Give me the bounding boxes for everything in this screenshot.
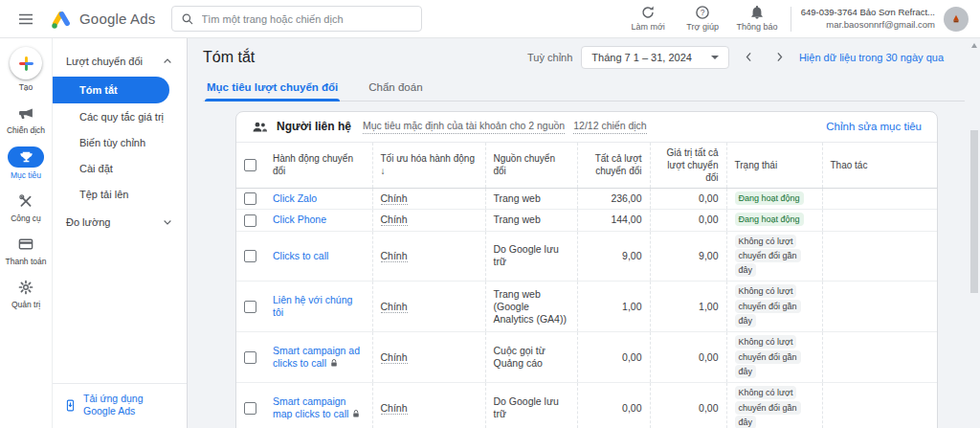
column-header-action[interactable]: Hành động chuyển đổi	[265, 143, 372, 189]
column-header-actions[interactable]: Thao tác	[822, 143, 937, 189]
search-input[interactable]	[202, 13, 412, 25]
refresh-label: Làm mới	[631, 22, 664, 34]
status-cell: Không có lượt chuyển đổi gần đây	[726, 231, 822, 282]
optimization-value[interactable]: Chính	[381, 402, 408, 415]
status-badge: Không có lượt chuyển đổi gần đây	[735, 284, 801, 327]
row-actions-cell	[822, 332, 937, 383]
checkbox[interactable]	[244, 402, 256, 415]
conversion-action-link[interactable]: Click Zalo	[273, 192, 317, 204]
account-info[interactable]: 649-039-3764 Bảo Sơn Refract... mar.baos…	[801, 7, 935, 31]
edit-goal-link[interactable]: Chỉnh sửa mục tiêu	[826, 120, 922, 134]
tab-0[interactable]: Mục tiêu lượt chuyển đổi	[205, 74, 340, 101]
rail-item-goals[interactable]: Mục tiêu	[0, 146, 52, 181]
topbar-divider	[791, 7, 791, 32]
nav-rail: TạoChiến dịchMục tiêuCông cụThanh toánQu…	[0, 38, 53, 428]
optimization-value[interactable]: Chính	[381, 301, 408, 313]
menu-icon[interactable]	[13, 7, 38, 32]
table-row: Click PhoneChínhTrang web144,000,00Đang …	[236, 210, 937, 231]
google-ads-logo-icon	[50, 8, 73, 31]
action-cell: Click Phone	[265, 210, 372, 231]
source-cell: Trang web	[485, 188, 577, 209]
next-period-button[interactable]	[768, 49, 791, 65]
sidebar-section-measurement[interactable]: Đo lường	[53, 207, 187, 237]
conversion-action-link[interactable]: Clicks to call	[273, 250, 328, 261]
download-app-link[interactable]: Tải ứng dụng Google Ads	[53, 383, 187, 428]
conversion-action-link[interactable]: Smart campaign map clicks to call	[273, 395, 348, 419]
sidebar-section-conversions[interactable]: Lượt chuyển đổi	[53, 46, 187, 77]
lock-icon	[329, 358, 339, 368]
checkbox[interactable]	[244, 301, 256, 313]
conversion-actions-table: Hành động chuyển đổiTối ưu hóa hành động…	[236, 143, 937, 428]
show-data-link[interactable]: Hiện dữ liệu trong 30 ngày qua	[799, 51, 944, 64]
rail-item-campaigns[interactable]: Chiến dịch	[0, 103, 52, 136]
phone-download-icon	[64, 399, 77, 412]
campaigns-link[interactable]: 12/12 chiến dịch	[573, 120, 646, 135]
checkbox[interactable]	[244, 351, 256, 364]
sidebar-item-4[interactable]: Tệp tải lên	[53, 181, 187, 207]
help-button[interactable]: ?Trợ giúp	[676, 5, 730, 34]
date-range-picker[interactable]: Tháng 7 1 – 31, 2024	[581, 46, 729, 69]
checkbox[interactable]	[244, 159, 256, 171]
optimization-value[interactable]: Chính	[381, 214, 408, 226]
row-actions-cell	[822, 188, 937, 209]
rail-item-create[interactable]: Tạo	[0, 47, 52, 93]
row-checkbox-cell	[236, 188, 265, 209]
tab-1[interactable]: Chẩn đoán	[367, 74, 424, 101]
column-header-source[interactable]: Nguồn chuyển đổi	[485, 143, 577, 189]
page-title: Tóm tắt	[203, 48, 255, 68]
row-checkbox-cell	[236, 332, 265, 383]
conversion-value-cell: 0,00	[650, 188, 726, 209]
megaphone-icon	[18, 103, 34, 123]
rail-item-label: Chiến dịch	[7, 125, 45, 136]
row-checkbox-cell	[236, 282, 265, 332]
optimization-cell: Chính	[372, 332, 485, 383]
rail-item-tools[interactable]: Công cụ	[0, 191, 52, 224]
rail-item-billing[interactable]: Thanh toán	[0, 235, 52, 267]
action-cell: Smart campaign ad clicks to call	[265, 332, 372, 383]
status-badge: Không có lượt chuyển đổi gần đây	[735, 335, 801, 378]
default-goal-link[interactable]: Mục tiêu mặc định của tài khoản cho 2 ng…	[363, 120, 565, 135]
scrollbar-thumb[interactable]	[970, 130, 978, 293]
sidebar-item-1[interactable]: Các quy tắc giá trị	[53, 103, 187, 129]
column-header-all_conversions[interactable]: Tất cả lượt chuyển đổi	[577, 143, 650, 189]
avatar[interactable]	[944, 7, 969, 32]
main-content: Tóm tắt Tuỳ chỉnh Tháng 7 1 – 31, 2024 H…	[188, 38, 980, 428]
conversion-action-link[interactable]: Smart campaign ad clicks to call	[273, 345, 360, 369]
sidebar-item-0[interactable]: Tóm tắt	[53, 77, 169, 103]
card-header: Người liên hệ Mục tiêu mặc định của tài …	[236, 112, 937, 143]
all-conversions-cell: 0,00	[577, 332, 650, 383]
notifications-button[interactable]: Thông báo	[730, 5, 785, 34]
conversion-action-link[interactable]: Click Phone	[273, 214, 326, 225]
conversion-action-link[interactable]: Liên hệ với chúng tôi	[273, 294, 352, 318]
sidebar-item-3[interactable]: Cài đặt	[53, 155, 187, 181]
checkbox[interactable]	[244, 192, 256, 205]
topbar-right: Làm mới?Trợ giúpThông báo 649-039-3764 B…	[621, 5, 970, 34]
optimization-cell: Chính	[372, 188, 485, 209]
table-row: Liên hệ với chúng tôiChínhTrang web (Goo…	[236, 282, 937, 332]
column-header-optimization[interactable]: Tối ưu hóa hành động ↓	[372, 143, 485, 189]
refresh-button[interactable]: Làm mới	[621, 5, 676, 34]
sidebar-item-2[interactable]: Biến tùy chỉnh	[53, 129, 187, 155]
checkbox[interactable]	[244, 250, 256, 262]
row-checkbox-cell	[236, 383, 265, 428]
checkbox[interactable]	[244, 214, 256, 227]
select-all-cell	[236, 143, 265, 189]
optimization-value[interactable]: Chính	[381, 192, 408, 205]
search-box[interactable]	[171, 6, 422, 32]
cards-area: Người liên hệ Mục tiêu mặc định của tài …	[188, 101, 980, 428]
source-cell: Cuộc gọi từ Quảng cáo	[485, 332, 577, 383]
optimization-value[interactable]: Chính	[381, 351, 408, 364]
conversion-goal-card-contacts: Người liên hệ Mục tiêu mặc định của tài …	[235, 111, 938, 428]
status-cell: Đang hoạt động	[726, 210, 822, 231]
scroll-up-arrow-icon[interactable]	[971, 43, 977, 48]
prev-period-button[interactable]	[738, 49, 760, 65]
app-body: TạoChiến dịchMục tiêuCông cụThanh toánQu…	[0, 38, 980, 428]
optimization-value[interactable]: Chính	[381, 250, 408, 262]
google-ads-logo[interactable]: Google Ads	[50, 8, 156, 31]
column-header-value[interactable]: Giá trị tất cả lượt chuyển đổi	[650, 143, 726, 189]
column-header-status[interactable]: Trạng thái	[726, 143, 822, 189]
status-badge: Không có lượt chuyển đổi gần đây	[735, 235, 801, 278]
scrollbar[interactable]	[969, 38, 980, 428]
rail-item-admin[interactable]: Quản trị	[0, 278, 52, 310]
status-cell: Không có lượt chuyển đổi gần đây	[726, 282, 822, 332]
